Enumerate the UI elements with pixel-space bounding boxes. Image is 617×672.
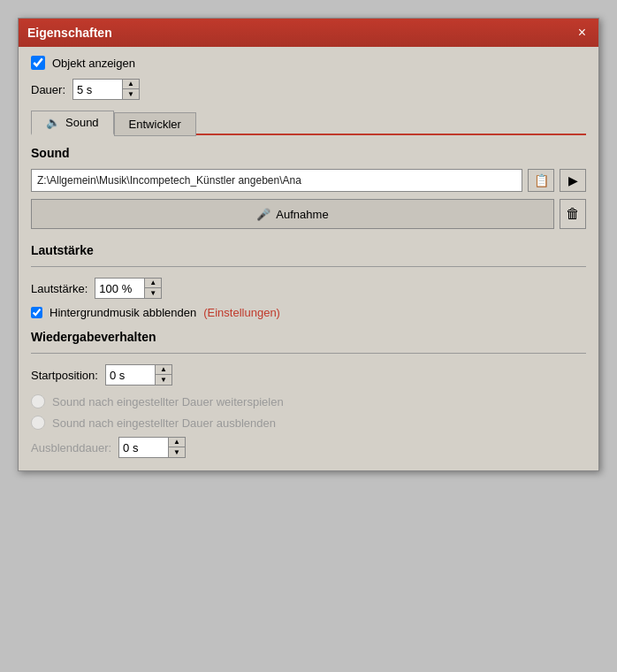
speaker-icon: 🔈 [46,116,60,129]
file-path-text: Z:\Allgemein\Musik\Incompetech_Künstler … [37,174,301,187]
lautstärke-section: Lautstärke Lautstärke: ▲ ▼ Hintergrundmu… [31,243,586,319]
ausblend-spinner[interactable]: ▲ ▼ [118,437,186,458]
play-button[interactable]: ▶ [560,169,586,192]
close-button[interactable]: × [575,26,590,40]
dauer-input[interactable] [73,80,122,99]
properties-window: Eigenschaften × Objekt anzeigen Dauer: ▲… [18,18,599,471]
lautstärke-value-row: Lautstärke: ▲ ▼ [31,278,586,299]
lautstärke-section-title: Lautstärke [31,243,586,257]
hintergrund-row: Hintergrundmusik abblenden (Einstellunge… [31,306,586,319]
dauer-up-button[interactable]: ▲ [123,80,139,89]
objekt-anzeigen-checkbox[interactable] [31,56,45,70]
dauer-row: Dauer: ▲ ▼ [31,79,586,100]
lautstärke-spinner-buttons: ▲ ▼ [144,279,161,298]
startposition-label: Startposition: [31,369,98,382]
lautstärke-input[interactable] [95,279,144,298]
startposition-spinner-buttons: ▲ ▼ [155,365,171,385]
einstellungen-link[interactable]: (Einstellungen) [203,306,280,319]
wiedergabe-section-title: Wiedergabeverhalten [31,330,586,344]
radio-ausblenden-row: Sound nach eingestellter Dauer ausblende… [31,416,586,430]
lautstärke-down-button[interactable]: ▼ [145,288,161,298]
radio-ausblenden-label: Sound nach eingestellter Dauer ausblende… [52,416,276,430]
tab-entwickler[interactable]: Entwickler [114,112,196,136]
microphone-icon: 🎤 [256,208,270,221]
tab-sound-label: Sound [65,116,99,129]
objekt-anzeigen-label: Objekt anzeigen [52,57,135,70]
startposition-row: Startposition: ▲ ▼ [31,364,586,386]
file-path-row: Z:\Allgemein\Musik\Incompetech_Künstler … [31,169,586,192]
lautstärke-label: Lautstärke: [31,282,88,295]
hintergrund-label: Hintergrundmusik abblenden [50,306,196,319]
aufnahme-button[interactable]: 🎤 Aufnahme [31,199,554,229]
lautstärke-up-button[interactable]: ▲ [145,279,161,288]
aufnahme-label: Aufnahme [276,208,328,221]
dauer-label: Dauer: [31,83,65,96]
sound-section-title: Sound [31,146,586,160]
startposition-spinner[interactable]: ▲ ▼ [105,364,172,386]
wiedergabe-divider [31,353,586,354]
radio-ausblenden[interactable] [31,416,45,430]
radio-weiterspielen-label: Sound nach eingestellter Dauer weiterspi… [52,395,284,409]
browse-button[interactable]: 📋 [528,169,554,192]
trash-icon: 🗑 [566,206,580,222]
tabs-row: 🔈 Sound Entwickler [31,109,586,135]
ausblend-up-button[interactable]: ▲ [169,438,185,447]
radio-weiterspielen[interactable] [31,394,45,409]
title-bar: Eigenschaften × [19,19,598,47]
wiedergabe-section: Wiedergabeverhalten Startposition: ▲ ▼ S… [31,330,586,458]
objekt-anzeigen-row: Objekt anzeigen [31,56,586,70]
ausblend-spinner-buttons: ▲ ▼ [168,438,185,457]
window-title: Eigenschaften [27,26,112,40]
folder-icon: 📋 [534,173,549,187]
trash-button[interactable]: 🗑 [560,199,586,229]
startposition-down-button[interactable]: ▼ [156,375,171,385]
lautstärke-spinner[interactable]: ▲ ▼ [95,278,162,299]
startposition-up-button[interactable]: ▲ [156,365,171,375]
sound-section: Sound Z:\Allgemein\Musik\Incompetech_Kün… [31,146,586,229]
play-icon: ▶ [568,173,578,187]
file-path-display: Z:\Allgemein\Musik\Incompetech_Künstler … [31,169,522,192]
ausblend-down-button[interactable]: ▼ [169,447,185,457]
dauer-spinner[interactable]: ▲ ▼ [72,79,140,100]
startposition-input[interactable] [106,365,155,385]
lautstärke-divider [31,266,586,267]
aufnahme-row: 🎤 Aufnahme 🗑 [31,199,586,229]
hintergrund-checkbox[interactable] [31,307,42,318]
ausblend-label: Ausblenddauer: [31,441,111,454]
tab-entwickler-label: Entwickler [129,118,181,131]
radio-weiterspielen-row: Sound nach eingestellter Dauer weiterspi… [31,394,586,409]
tab-sound[interactable]: 🔈 Sound [31,111,114,135]
dauer-spinner-buttons: ▲ ▼ [122,80,139,99]
dauer-down-button[interactable]: ▼ [123,89,139,99]
window-content: Objekt anzeigen Dauer: ▲ ▼ 🔈 Sound Entwi… [19,47,598,470]
ausblend-row: Ausblenddauer: ▲ ▼ [31,437,586,458]
ausblend-input[interactable] [119,438,168,457]
